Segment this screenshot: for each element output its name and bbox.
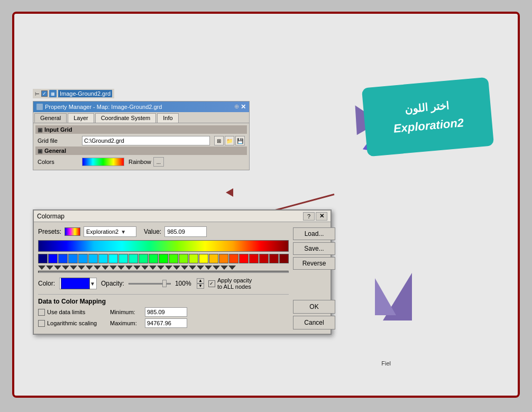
color-swatch-19[interactable] [229,254,239,263]
grid-file-row: Grid file ⊞ 📁 💾 [35,135,247,147]
swatch-dropdown-9[interactable] [109,265,117,270]
color-swatch-10[interactable] [139,254,148,263]
swatch-dropdown-24[interactable] [228,265,236,270]
dialog-layout: Presets: Exploration2 ▼ Value: [38,226,326,329]
grid-file-save-btn[interactable]: 💾 [235,136,245,145]
swatch-dropdown-2[interactable] [54,265,61,270]
opacity-up-btn[interactable]: ▲ [197,278,204,283]
swatch-dropdown-21[interactable] [205,265,212,270]
color-swatch-16[interactable] [199,254,208,263]
opacity-slider[interactable] [129,278,171,289]
colors-edit-btn[interactable]: ... [153,157,164,167]
color-swatch-9[interactable] [129,254,138,263]
color-swatch-8[interactable] [118,254,128,263]
grid-file-browse-btn[interactable]: 📁 [225,136,234,145]
tab-general[interactable]: General [34,113,67,123]
swatch-dropdown-1[interactable] [46,265,53,270]
swatch-dropdown-7[interactable] [94,265,101,270]
save-btn[interactable]: Save... [293,242,335,255]
swatch-dropdown-10[interactable] [117,265,125,270]
swatch-dropdown-16[interactable] [165,265,172,270]
color-swatch-3[interactable] [68,254,78,263]
color-swatch-13[interactable] [169,254,178,263]
grid-file-refresh-btn[interactable]: ⊞ [214,136,224,145]
swatch-dropdown-17[interactable] [173,265,180,270]
colors-value: Rainbow [129,159,151,165]
swatches-row [38,254,289,263]
minimum-input[interactable] [145,307,187,317]
titlebar-left: Property Manager - Map: Image-Ground2.gr… [36,104,162,110]
color-swatch-0[interactable] [38,254,48,263]
swatch-dropdown-11[interactable] [125,265,133,270]
tab-info[interactable]: Info [157,113,178,123]
swatch-dropdown-12[interactable] [133,265,141,270]
titlebar-icon [36,104,43,110]
color-swatch-24[interactable] [279,254,289,263]
swatch-dropdown-0[interactable] [38,265,45,270]
arrow-head [226,188,233,197]
opacity-down-btn[interactable]: ▼ [197,283,204,289]
log-scaling-checkbox[interactable] [38,320,45,327]
color-swatch-20[interactable] [239,254,249,263]
swatch-dropdown-6[interactable] [86,265,93,270]
swatch-dropdown-14[interactable] [149,265,157,270]
color-swatch-7[interactable] [108,254,118,263]
swatch-dropdown-18[interactable] [181,265,188,270]
swatch-dropdown-3[interactable] [62,265,69,270]
tree-checkbox[interactable]: ✓ [41,90,48,97]
color-swatch-21[interactable] [249,254,259,263]
ok-btn[interactable]: OK [293,300,335,314]
color-swatch-23[interactable] [269,254,279,263]
swatch-dropdown-4[interactable] [70,265,77,270]
colors-row: Colors Rainbow ... [35,156,247,168]
swatch-dropdown-13[interactable] [141,265,149,270]
cancel-btn[interactable]: Cancel [293,316,335,329]
swatch-dropdown-20[interactable] [197,265,204,270]
slider-track[interactable] [38,271,289,273]
reverse-btn[interactable]: Reverse [293,257,335,270]
color-swatch-22[interactable] [259,254,269,263]
dialog-help-btn[interactable]: ? [303,212,315,221]
swatch-dropdown-5[interactable] [78,265,85,270]
color-swatch [61,278,90,289]
color-swatch-4[interactable] [78,254,88,263]
value-input[interactable] [164,226,207,237]
presets-label: Presets: [38,228,61,235]
color-swatch-5[interactable] [88,254,98,263]
color-swatch-14[interactable] [179,254,188,263]
color-swatch-12[interactable] [159,254,168,263]
grid-file-input[interactable] [82,136,210,145]
swatch-dropdown-8[interactable] [102,265,109,270]
gradient-bar [38,240,289,252]
tab-layer[interactable]: Layer [68,113,94,123]
preset-select[interactable]: Exploration2 ▼ [84,226,136,237]
maximum-input[interactable] [145,318,187,328]
color-swatch-1[interactable] [48,254,58,263]
color-swatch-17[interactable] [209,254,218,263]
tab-coordinate-system[interactable]: Coordinate System [95,113,157,123]
swatch-dropdown-15[interactable] [157,265,164,270]
colormap-dialog: Colormap ? ✕ Presets: Exploration2 [33,209,332,335]
color-swatch-6[interactable] [98,254,108,263]
color-swatch-11[interactable] [149,254,158,263]
color-swatch-2[interactable] [58,254,68,263]
swatch-dropdown-19[interactable] [189,265,196,270]
use-data-limits-checkbox[interactable] [38,309,45,316]
close-button[interactable]: ✕ [241,103,246,111]
load-btn[interactable]: Load... [293,227,335,240]
swatch-dropdown-22[interactable] [213,265,220,270]
swatch-dropdown-23[interactable] [221,265,228,270]
pin-button[interactable]: ⊕ [234,103,239,111]
minimum-label: Minimum: [110,309,142,315]
log-scaling-label: Logarithmic scaling [47,320,97,326]
color-bar [82,158,124,166]
apply-opacity-checkbox[interactable]: ✓ [208,280,215,287]
map-area: Fiel اختر اللون Exploration2 ⊢ ✓ ▦ Image… [14,14,518,396]
color-select-btn[interactable]: ▼ [59,278,97,289]
property-content: ▣ Input Grid Grid file ⊞ 📁 💾 ▣ General [33,123,249,170]
color-swatch-15[interactable] [189,254,198,263]
dialog-close-btn[interactable]: ✕ [316,212,327,221]
use-data-limits-check: Use data limits [38,309,107,316]
color-swatch-18[interactable] [219,254,228,263]
property-title: Property Manager - Map: Image-Ground2.gr… [45,104,162,110]
